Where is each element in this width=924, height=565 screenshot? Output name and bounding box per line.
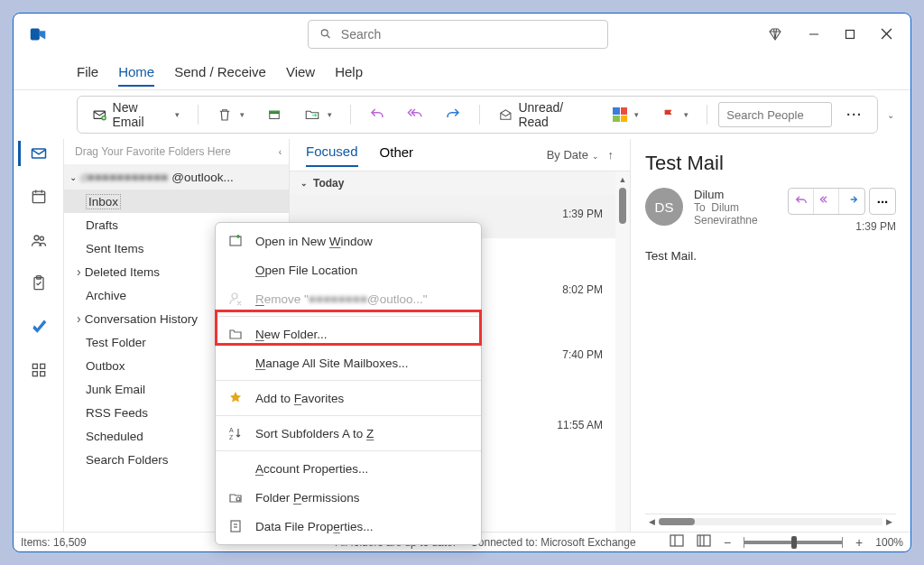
ctx-manage-mailboxes[interactable]: Manage All Site Mailboxes... [216,348,481,377]
archive-button[interactable] [259,103,290,126]
menu-help[interactable]: Help [335,59,363,85]
ctx-new-folder[interactable]: New Folder... [216,320,481,348]
chevron-down-icon: ▾ [175,110,180,119]
delete-button[interactable]: ▾ [209,103,252,126]
ctx-open-new-window[interactable]: Open in New Window [216,227,481,255]
reply-icon [369,107,385,123]
message-time: 11:55 AM [557,419,603,431]
trash-icon [217,107,233,123]
svg-point-1 [321,30,328,36]
sender-name: Dilum [694,188,777,201]
premium-icon[interactable] [767,26,783,42]
ribbon-row: New Email ▾ ▾ ▾ Unread/ Read ▾ ▾ ··· ⌄ [14,90,910,139]
more-actions-button[interactable]: ··· [870,189,895,214]
reply-all-button[interactable] [814,189,839,214]
hscroll-thumb[interactable] [659,518,695,525]
view-normal-icon[interactable] [670,534,684,550]
sort-az-icon: AZ [228,426,245,440]
message-time: 1:39 PM [562,208,603,220]
favorites-hint: Drag Your Favorite Folders Here [75,145,231,158]
ctx-sort-subfolders[interactable]: AZSort Subfolders A to Z [216,419,481,448]
svg-text:A: A [229,427,234,433]
view-reading-icon[interactable] [697,534,711,550]
scrollbar-thumb[interactable] [619,188,626,224]
minimize-button[interactable] [808,29,819,40]
svg-point-30 [232,293,237,299]
search-box[interactable] [308,20,608,49]
star-icon [228,391,245,405]
forward-msg-button[interactable] [839,189,864,214]
menu-file[interactable]: File [77,59,98,85]
properties-icon [228,519,245,533]
categorize-button[interactable]: ▾ [605,104,646,125]
ctx-datafile-properties[interactable]: Data File Properties... [216,512,481,541]
ctx-folder-permissions[interactable]: Folder Permissions [216,483,481,512]
svg-rect-10 [270,114,280,119]
outlook-logo-icon [28,24,48,44]
svg-rect-21 [40,364,44,368]
menu-home[interactable]: Home [118,59,154,87]
group-today[interactable]: ⌄Today [290,171,615,195]
account-header[interactable]: ⌄ d■■■■■■■■■■■ @outlook... [64,164,289,190]
reply-button[interactable] [789,189,814,214]
message-header: DS Dilum To Dilum Senevirathne ··· 1: [645,188,896,233]
ctx-remove: Remove "■■■■■■■■@outloo..." [216,284,481,313]
message-scrollbar[interactable]: ▲ [615,171,630,532]
mail-plus-icon [92,107,107,123]
separator [707,105,707,125]
titlebar [14,14,910,54]
folder-icon [228,327,245,341]
ribbon-collapse-button[interactable]: ⌄ [887,110,894,120]
sort-direction-button[interactable]: ↑ [608,148,614,162]
zoom-value: 100% [875,536,903,549]
forward-button[interactable] [438,103,468,126]
tab-focused[interactable]: Focused [306,144,358,167]
new-email-label: New Email [113,100,168,129]
read-subject: Test Mail [645,152,896,175]
menu-view[interactable]: View [286,59,315,85]
to-label: To [694,201,706,214]
flag-button[interactable]: ▾ [653,103,696,126]
ctx-add-favorites[interactable]: Add to Favorites [216,384,481,412]
reading-pane-scrollbar[interactable]: ◀ ▶ [645,514,896,528]
nav-strip [14,139,64,532]
nav-more-apps[interactable] [21,357,57,383]
separator [479,105,480,125]
reply-all-icon [407,107,423,123]
separator [350,105,351,125]
sort-by-date[interactable]: By Date ⌄ [547,148,599,162]
context-menu: Open in New Window Open File Location Re… [215,222,482,545]
tab-other[interactable]: Other [380,144,414,166]
ctx-account-properties[interactable]: Account Properties... [216,454,481,483]
svg-rect-24 [670,535,683,546]
zoom-slider[interactable] [744,541,843,544]
svg-rect-29 [230,236,241,245]
message-time: 8:02 PM [562,283,603,296]
favorites-drop-zone[interactable]: Drag Your Favorite Folders Here ‹ [64,139,289,164]
folder-inbox[interactable]: Inbox [64,190,289,213]
ctx-open-file-location[interactable]: Open File Location [216,255,481,284]
close-button[interactable] [881,28,892,40]
maximize-button[interactable] [845,29,855,40]
new-email-button[interactable]: New Email ▾ [85,97,187,133]
svg-rect-4 [846,30,855,38]
scroll-up-icon[interactable]: ▲ [619,175,627,184]
menu-send-receive[interactable]: Send / Receive [174,59,266,85]
unread-read-button[interactable]: Unread/ Read [491,97,599,133]
search-people-input[interactable] [718,102,832,127]
undo-button[interactable] [362,103,393,126]
more-commands-button[interactable]: ··· [839,104,870,125]
nav-tasks[interactable] [21,271,57,296]
nav-mail[interactable] [18,141,57,166]
status-connection: Connected to: Microsoft Exchange [470,536,635,549]
nav-todo[interactable] [21,314,57,339]
nav-calendar[interactable] [21,184,57,209]
nav-people[interactable] [21,227,57,253]
move-button[interactable]: ▾ [297,103,339,126]
svg-line-2 [328,35,330,38]
flag-icon [661,107,677,123]
reply-all-button[interactable] [400,103,430,126]
collapse-fav-icon[interactable]: ‹ [279,147,282,157]
move-folder-icon [304,107,320,123]
search-input[interactable] [341,27,596,42]
